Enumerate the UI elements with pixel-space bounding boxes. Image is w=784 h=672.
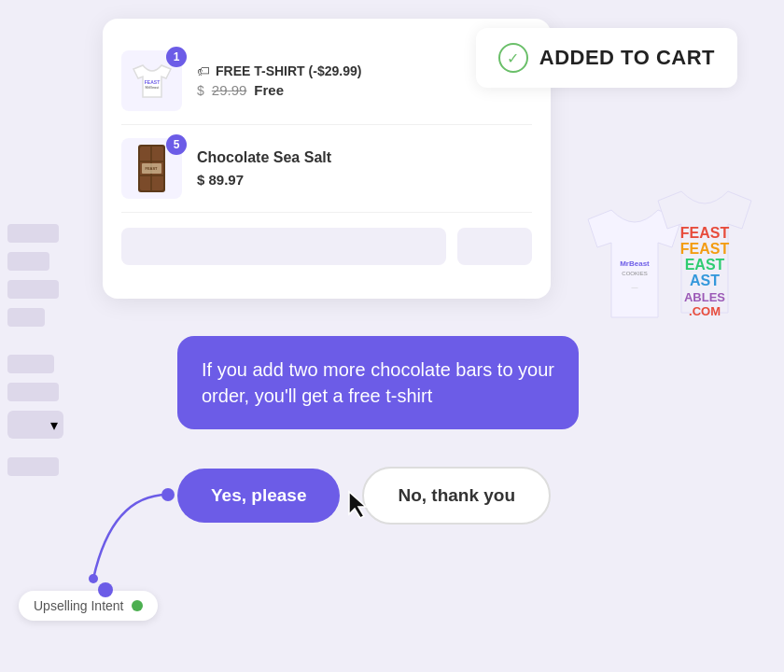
sidebar-strip-7 (7, 457, 59, 476)
cart-item-tshirt: 1 FEAST MrBeast 🏷 FREE T-SHIRT (-$29.99)… (121, 37, 532, 125)
svg-text:ABLES: ABLES (684, 290, 725, 304)
svg-text:FEAST: FEAST (680, 241, 730, 257)
sidebar-strip-6 (7, 383, 59, 401)
svg-text:FEAST: FEAST (680, 225, 730, 241)
item-badge-1: 1 (166, 47, 187, 67)
svg-text:MrBeast: MrBeast (145, 85, 160, 90)
purple-dot (98, 582, 113, 597)
apply-button[interactable] (457, 228, 532, 265)
promo-input[interactable] (121, 228, 446, 265)
yes-please-button[interactable]: Yes, please (177, 469, 340, 523)
upsell-bubble: If you add two more chocolate bars to yo… (177, 336, 579, 429)
input-row (121, 228, 532, 265)
svg-text:—: — (632, 284, 638, 290)
tag-icon: 🏷 (197, 63, 210, 78)
svg-text:FEAST: FEAST (145, 166, 158, 171)
svg-text:EAST: EAST (685, 257, 725, 273)
upselling-intent-label: Upselling Intent (19, 591, 158, 621)
sidebar-strip-2 (7, 252, 49, 271)
sidebar-strip-5 (7, 355, 54, 373)
no-thanks-button[interactable]: No, thank you (362, 467, 551, 525)
sidebar-strip-3 (7, 280, 59, 299)
item-badge-2: 5 (166, 134, 187, 155)
connection-line (75, 485, 187, 597)
svg-text:COOKIES: COOKIES (622, 271, 647, 276)
svg-text:MrBeast: MrBeast (620, 259, 650, 268)
sidebar-dropdown[interactable]: ▾ (7, 411, 63, 439)
added-to-cart-label: ADDED TO CART (539, 46, 715, 70)
tshirt-original-price: 29.99 (212, 82, 247, 98)
check-icon: ✓ (498, 43, 528, 73)
svg-text:.COM: .COM (689, 304, 721, 318)
main-container: ▾ ✓ ADDED TO CART 1 FEAST MrBeast � (0, 0, 784, 672)
sidebar-strip-4 (7, 308, 45, 327)
mouse-cursor (345, 490, 371, 520)
upselling-intent-text: Upselling Intent (34, 598, 124, 613)
tshirt-free-label: Free (254, 82, 284, 98)
chocolate-price-row: $ 89.97 (197, 172, 532, 188)
svg-point-19 (89, 574, 98, 583)
sidebar-strip-1 (7, 224, 59, 243)
chevron-down-icon: ▾ (50, 416, 58, 434)
chocolate-details: Chocolate Sea Salt $ 89.97 (197, 149, 532, 188)
chocolate-name: Chocolate Sea Salt (197, 149, 532, 166)
left-sidebar: ▾ (0, 0, 79, 672)
cart-item-chocolate: 5 FEAST Chocolate Sea Salt (121, 125, 532, 213)
added-to-cart-banner: ✓ ADDED TO CART (476, 28, 737, 88)
tshirt-product-image: MrBeast COOKIES — FEAST FEAST EAST AST A… (569, 168, 756, 429)
chocolate-price: $ 89.97 (197, 172, 244, 188)
svg-text:AST: AST (690, 273, 720, 288)
item-tag-label: FREE T-SHIRT (-$29.99) (216, 63, 361, 78)
green-status-dot (132, 600, 143, 611)
upsell-message: If you add two more chocolate bars to yo… (202, 359, 554, 406)
